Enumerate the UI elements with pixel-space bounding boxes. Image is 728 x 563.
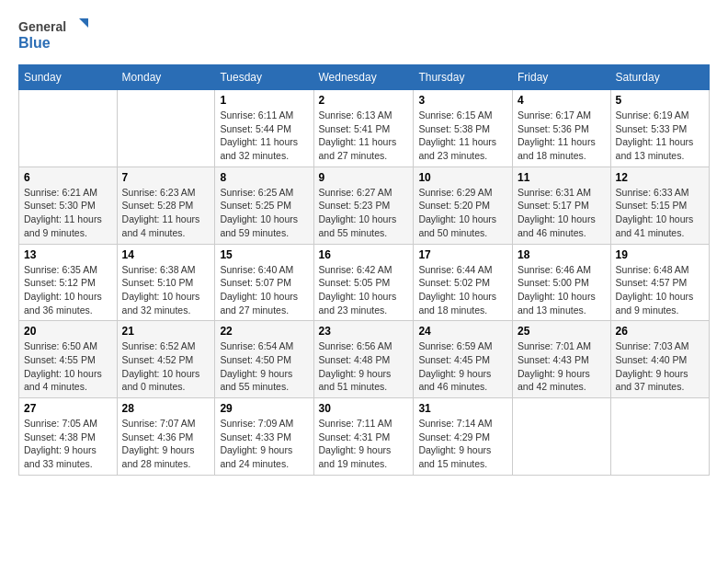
- day-info: Sunrise: 6:29 AMSunset: 5:20 PMDaylight:…: [418, 186, 507, 240]
- day-info: Sunrise: 6:35 AMSunset: 5:12 PMDaylight:…: [24, 263, 112, 317]
- day-number: 4: [518, 94, 606, 107]
- day-info: Sunrise: 7:11 AMSunset: 4:31 PMDaylight:…: [319, 417, 409, 471]
- day-number: 21: [122, 325, 210, 338]
- calendar-cell: 11Sunrise: 6:31 AMSunset: 5:17 PMDayligh…: [513, 167, 611, 244]
- day-info: Sunrise: 6:31 AMSunset: 5:17 PMDaylight:…: [518, 186, 606, 240]
- calendar-cell: 18Sunrise: 6:46 AMSunset: 5:00 PMDayligh…: [513, 244, 611, 321]
- day-info: Sunrise: 6:42 AMSunset: 5:05 PMDaylight:…: [319, 263, 409, 317]
- calendar-cell: 23Sunrise: 6:56 AMSunset: 4:48 PMDayligh…: [313, 321, 414, 398]
- calendar-cell: 10Sunrise: 6:29 AMSunset: 5:20 PMDayligh…: [414, 167, 513, 244]
- calendar-cell: 20Sunrise: 6:50 AMSunset: 4:55 PMDayligh…: [19, 321, 118, 398]
- calendar-cell: 27Sunrise: 7:05 AMSunset: 4:38 PMDayligh…: [19, 398, 118, 476]
- weekday-header-cell: Wednesday: [313, 65, 414, 90]
- weekday-header-cell: Monday: [117, 65, 215, 90]
- svg-text:Blue: Blue: [18, 35, 51, 51]
- day-info: Sunrise: 7:05 AMSunset: 4:38 PMDaylight:…: [24, 417, 112, 471]
- day-number: 11: [518, 171, 606, 184]
- calendar-cell: [610, 398, 709, 476]
- day-info: Sunrise: 6:56 AMSunset: 4:48 PMDaylight:…: [319, 339, 409, 394]
- day-number: 24: [418, 325, 507, 338]
- calendar-cell: 4Sunrise: 6:17 AMSunset: 5:36 PMDaylight…: [513, 90, 611, 167]
- day-info: Sunrise: 6:40 AMSunset: 5:07 PMDaylight:…: [220, 263, 308, 317]
- calendar-cell: 14Sunrise: 6:38 AMSunset: 5:10 PMDayligh…: [117, 244, 215, 321]
- day-number: 2: [319, 94, 409, 107]
- calendar-cell: 28Sunrise: 7:07 AMSunset: 4:36 PMDayligh…: [117, 398, 215, 476]
- day-number: 23: [319, 325, 409, 338]
- calendar-cell: 25Sunrise: 7:01 AMSunset: 4:43 PMDayligh…: [513, 321, 611, 398]
- day-info: Sunrise: 6:48 AMSunset: 4:57 PMDaylight:…: [616, 263, 704, 317]
- day-number: 26: [616, 325, 704, 338]
- day-info: Sunrise: 7:03 AMSunset: 4:40 PMDaylight:…: [616, 339, 704, 394]
- page-header: General Blue: [18, 15, 710, 55]
- calendar-cell: 9Sunrise: 6:27 AMSunset: 5:23 PMDaylight…: [313, 167, 414, 244]
- day-info: Sunrise: 6:33 AMSunset: 5:15 PMDaylight:…: [616, 186, 704, 240]
- day-number: 13: [24, 248, 112, 261]
- day-info: Sunrise: 6:27 AMSunset: 5:23 PMDaylight:…: [319, 186, 409, 240]
- day-info: Sunrise: 6:44 AMSunset: 5:02 PMDaylight:…: [418, 263, 507, 317]
- day-number: 25: [518, 325, 606, 338]
- svg-marker-2: [79, 18, 88, 28]
- calendar-week-row: 1Sunrise: 6:11 AMSunset: 5:44 PMDaylight…: [19, 90, 710, 167]
- day-number: 14: [122, 248, 210, 261]
- day-info: Sunrise: 6:17 AMSunset: 5:36 PMDaylight:…: [518, 109, 606, 163]
- calendar-cell: 19Sunrise: 6:48 AMSunset: 4:57 PMDayligh…: [610, 244, 709, 321]
- day-number: 7: [122, 171, 210, 184]
- weekday-header-cell: Friday: [513, 65, 611, 90]
- svg-text:General: General: [18, 19, 66, 34]
- day-number: 27: [24, 402, 112, 415]
- day-number: 15: [220, 248, 308, 261]
- calendar-body: 1Sunrise: 6:11 AMSunset: 5:44 PMDaylight…: [19, 90, 710, 476]
- day-info: Sunrise: 6:50 AMSunset: 4:55 PMDaylight:…: [24, 339, 112, 394]
- day-info: Sunrise: 6:11 AMSunset: 5:44 PMDaylight:…: [220, 109, 308, 163]
- calendar-cell: 2Sunrise: 6:13 AMSunset: 5:41 PMDaylight…: [313, 90, 414, 167]
- calendar-cell: 12Sunrise: 6:33 AMSunset: 5:15 PMDayligh…: [610, 167, 709, 244]
- day-info: Sunrise: 7:14 AMSunset: 4:29 PMDaylight:…: [418, 417, 507, 471]
- day-number: 29: [220, 402, 308, 415]
- calendar-cell: [117, 90, 215, 167]
- day-info: Sunrise: 6:59 AMSunset: 4:45 PMDaylight:…: [418, 339, 507, 394]
- day-number: 19: [616, 248, 704, 261]
- calendar-cell: 24Sunrise: 6:59 AMSunset: 4:45 PMDayligh…: [414, 321, 513, 398]
- day-info: Sunrise: 6:25 AMSunset: 5:25 PMDaylight:…: [220, 186, 308, 240]
- day-info: Sunrise: 6:13 AMSunset: 5:41 PMDaylight:…: [319, 109, 409, 163]
- day-number: 17: [418, 248, 507, 261]
- calendar-cell: 29Sunrise: 7:09 AMSunset: 4:33 PMDayligh…: [215, 398, 313, 476]
- day-number: 1: [220, 94, 308, 107]
- day-number: 30: [319, 402, 409, 415]
- calendar-week-row: 20Sunrise: 6:50 AMSunset: 4:55 PMDayligh…: [19, 321, 710, 398]
- calendar-cell: 30Sunrise: 7:11 AMSunset: 4:31 PMDayligh…: [313, 398, 414, 476]
- calendar-cell: 13Sunrise: 6:35 AMSunset: 5:12 PMDayligh…: [19, 244, 118, 321]
- calendar-cell: 1Sunrise: 6:11 AMSunset: 5:44 PMDaylight…: [215, 90, 313, 167]
- day-number: 3: [418, 94, 507, 107]
- calendar-cell: 31Sunrise: 7:14 AMSunset: 4:29 PMDayligh…: [414, 398, 513, 476]
- logo: General Blue: [18, 15, 92, 55]
- day-info: Sunrise: 6:19 AMSunset: 5:33 PMDaylight:…: [616, 109, 704, 163]
- calendar-cell: 16Sunrise: 6:42 AMSunset: 5:05 PMDayligh…: [313, 244, 414, 321]
- calendar-cell: 17Sunrise: 6:44 AMSunset: 5:02 PMDayligh…: [414, 244, 513, 321]
- calendar-cell: 21Sunrise: 6:52 AMSunset: 4:52 PMDayligh…: [117, 321, 215, 398]
- weekday-header-row: SundayMondayTuesdayWednesdayThursdayFrid…: [19, 65, 710, 90]
- day-info: Sunrise: 6:38 AMSunset: 5:10 PMDaylight:…: [122, 263, 210, 317]
- calendar-cell: 22Sunrise: 6:54 AMSunset: 4:50 PMDayligh…: [215, 321, 313, 398]
- day-number: 18: [518, 248, 606, 261]
- calendar-cell: 8Sunrise: 6:25 AMSunset: 5:25 PMDaylight…: [215, 167, 313, 244]
- weekday-header-cell: Thursday: [414, 65, 513, 90]
- day-number: 6: [24, 171, 112, 184]
- day-info: Sunrise: 6:23 AMSunset: 5:28 PMDaylight:…: [122, 186, 210, 240]
- weekday-header-cell: Sunday: [19, 65, 118, 90]
- calendar-cell: [513, 398, 611, 476]
- day-info: Sunrise: 6:21 AMSunset: 5:30 PMDaylight:…: [24, 186, 112, 240]
- day-info: Sunrise: 6:52 AMSunset: 4:52 PMDaylight:…: [122, 339, 210, 394]
- day-number: 9: [319, 171, 409, 184]
- calendar-cell: 3Sunrise: 6:15 AMSunset: 5:38 PMDaylight…: [414, 90, 513, 167]
- calendar-week-row: 6Sunrise: 6:21 AMSunset: 5:30 PMDaylight…: [19, 167, 710, 244]
- weekday-header-cell: Tuesday: [215, 65, 313, 90]
- day-number: 22: [220, 325, 308, 338]
- calendar-cell: [19, 90, 118, 167]
- day-info: Sunrise: 7:09 AMSunset: 4:33 PMDaylight:…: [220, 417, 308, 471]
- calendar-week-row: 13Sunrise: 6:35 AMSunset: 5:12 PMDayligh…: [19, 244, 710, 321]
- day-info: Sunrise: 6:46 AMSunset: 5:00 PMDaylight:…: [518, 263, 606, 317]
- calendar-cell: 6Sunrise: 6:21 AMSunset: 5:30 PMDaylight…: [19, 167, 118, 244]
- calendar-table: SundayMondayTuesdayWednesdayThursdayFrid…: [18, 64, 710, 476]
- day-info: Sunrise: 6:15 AMSunset: 5:38 PMDaylight:…: [418, 109, 507, 163]
